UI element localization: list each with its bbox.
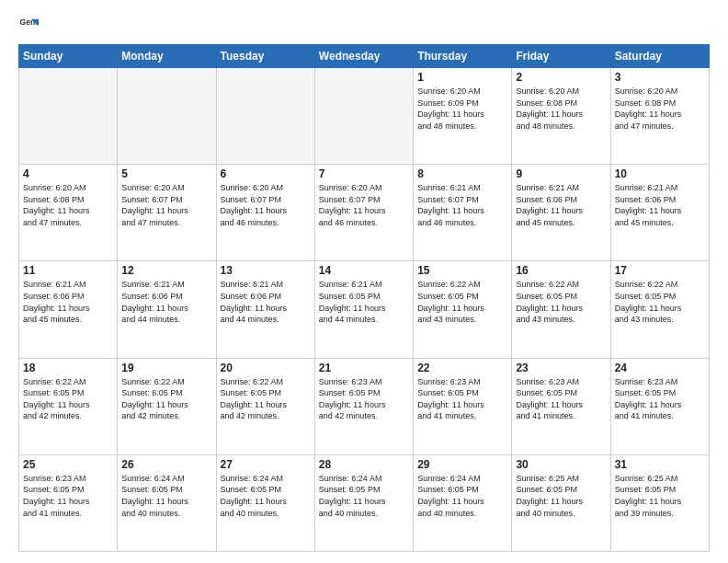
calendar-cell: 28Sunrise: 6:24 AM Sunset: 6:05 PM Dayli… xyxy=(314,454,413,551)
header: General xyxy=(18,15,710,35)
weekday-tuesday: Tuesday xyxy=(216,45,314,68)
calendar-cell: 13Sunrise: 6:21 AM Sunset: 6:06 PM Dayli… xyxy=(216,261,314,358)
calendar-cell: 17Sunrise: 6:22 AM Sunset: 6:05 PM Dayli… xyxy=(610,261,709,358)
calendar-cell: 14Sunrise: 6:21 AM Sunset: 6:05 PM Dayli… xyxy=(314,261,413,358)
week-row-3: 11Sunrise: 6:21 AM Sunset: 6:06 PM Dayli… xyxy=(19,261,710,358)
calendar-cell: 31Sunrise: 6:25 AM Sunset: 6:05 PM Dayli… xyxy=(610,454,709,551)
calendar-cell: 26Sunrise: 6:24 AM Sunset: 6:05 PM Dayli… xyxy=(118,454,216,551)
day-info: Sunrise: 6:20 AM Sunset: 6:08 PM Dayligh… xyxy=(23,182,113,228)
day-number: 24 xyxy=(615,362,705,374)
calendar-cell xyxy=(216,68,314,165)
day-number: 27 xyxy=(221,458,311,471)
day-info: Sunrise: 6:23 AM Sunset: 6:05 PM Dayligh… xyxy=(615,376,705,422)
day-info: Sunrise: 6:21 AM Sunset: 6:05 PM Dayligh… xyxy=(319,279,409,325)
day-number: 7 xyxy=(319,167,409,180)
weekday-thursday: Thursday xyxy=(414,45,512,68)
day-number: 19 xyxy=(121,362,211,374)
day-info: Sunrise: 6:23 AM Sunset: 6:05 PM Dayligh… xyxy=(319,376,409,422)
calendar-cell: 1Sunrise: 6:20 AM Sunset: 6:09 PM Daylig… xyxy=(414,68,512,165)
day-info: Sunrise: 6:22 AM Sunset: 6:05 PM Dayligh… xyxy=(221,376,311,422)
day-number: 18 xyxy=(23,362,113,374)
day-number: 4 xyxy=(23,167,113,180)
day-number: 11 xyxy=(23,264,113,277)
calendar-table: SundayMondayTuesdayWednesdayThursdayFrid… xyxy=(18,44,710,552)
day-info: Sunrise: 6:24 AM Sunset: 6:05 PM Dayligh… xyxy=(221,473,311,519)
day-number: 12 xyxy=(121,264,211,277)
day-info: Sunrise: 6:20 AM Sunset: 6:07 PM Dayligh… xyxy=(221,182,311,228)
day-number: 1 xyxy=(417,71,507,84)
calendar-cell: 9Sunrise: 6:21 AM Sunset: 6:06 PM Daylig… xyxy=(512,165,610,261)
day-number: 25 xyxy=(23,458,113,471)
day-info: Sunrise: 6:23 AM Sunset: 6:05 PM Dayligh… xyxy=(417,376,507,422)
logo-icon: General xyxy=(18,15,39,35)
day-number: 21 xyxy=(319,362,409,374)
calendar-cell: 21Sunrise: 6:23 AM Sunset: 6:05 PM Dayli… xyxy=(314,358,413,454)
day-number: 15 xyxy=(417,264,507,277)
calendar-cell: 18Sunrise: 6:22 AM Sunset: 6:05 PM Dayli… xyxy=(19,358,118,454)
week-row-5: 25Sunrise: 6:23 AM Sunset: 6:05 PM Dayli… xyxy=(19,454,710,551)
calendar-cell: 27Sunrise: 6:24 AM Sunset: 6:05 PM Dayli… xyxy=(216,454,314,551)
week-row-4: 18Sunrise: 6:22 AM Sunset: 6:05 PM Dayli… xyxy=(19,358,710,454)
calendar-cell: 15Sunrise: 6:22 AM Sunset: 6:05 PM Dayli… xyxy=(414,261,512,358)
day-info: Sunrise: 6:21 AM Sunset: 6:07 PM Dayligh… xyxy=(417,182,507,228)
calendar-cell: 12Sunrise: 6:21 AM Sunset: 6:06 PM Dayli… xyxy=(118,261,216,358)
weekday-sunday: Sunday xyxy=(19,45,118,68)
day-number: 28 xyxy=(319,458,409,471)
day-info: Sunrise: 6:20 AM Sunset: 6:07 PM Dayligh… xyxy=(319,182,409,228)
day-number: 16 xyxy=(516,264,606,277)
calendar-cell: 29Sunrise: 6:24 AM Sunset: 6:05 PM Dayli… xyxy=(414,454,512,551)
day-info: Sunrise: 6:21 AM Sunset: 6:06 PM Dayligh… xyxy=(516,182,606,228)
calendar-cell xyxy=(19,68,118,165)
day-number: 6 xyxy=(221,167,311,180)
calendar-cell: 2Sunrise: 6:20 AM Sunset: 6:08 PM Daylig… xyxy=(512,68,610,165)
day-info: Sunrise: 6:22 AM Sunset: 6:05 PM Dayligh… xyxy=(23,376,113,422)
calendar-cell: 30Sunrise: 6:25 AM Sunset: 6:05 PM Dayli… xyxy=(512,454,610,551)
logo: General xyxy=(18,15,42,35)
weekday-saturday: Saturday xyxy=(610,45,709,68)
day-info: Sunrise: 6:24 AM Sunset: 6:05 PM Dayligh… xyxy=(319,473,409,519)
day-info: Sunrise: 6:22 AM Sunset: 6:05 PM Dayligh… xyxy=(615,279,705,325)
day-info: Sunrise: 6:24 AM Sunset: 6:05 PM Dayligh… xyxy=(121,473,211,519)
calendar-cell: 10Sunrise: 6:21 AM Sunset: 6:06 PM Dayli… xyxy=(610,165,709,261)
day-info: Sunrise: 6:21 AM Sunset: 6:06 PM Dayligh… xyxy=(615,182,705,228)
day-info: Sunrise: 6:23 AM Sunset: 6:05 PM Dayligh… xyxy=(23,473,113,519)
page: General SundayMondayTuesdayWednesdayThur… xyxy=(0,0,728,563)
day-info: Sunrise: 6:22 AM Sunset: 6:05 PM Dayligh… xyxy=(121,376,211,422)
week-row-2: 4Sunrise: 6:20 AM Sunset: 6:08 PM Daylig… xyxy=(19,165,710,261)
day-info: Sunrise: 6:25 AM Sunset: 6:05 PM Dayligh… xyxy=(615,473,705,519)
day-number: 5 xyxy=(121,167,211,180)
day-info: Sunrise: 6:25 AM Sunset: 6:05 PM Dayligh… xyxy=(516,473,606,519)
calendar-cell xyxy=(314,68,413,165)
calendar-cell: 16Sunrise: 6:22 AM Sunset: 6:05 PM Dayli… xyxy=(512,261,610,358)
calendar-cell: 4Sunrise: 6:20 AM Sunset: 6:08 PM Daylig… xyxy=(19,165,118,261)
day-number: 8 xyxy=(417,167,507,180)
day-number: 23 xyxy=(516,362,606,374)
calendar-cell xyxy=(118,68,216,165)
day-number: 30 xyxy=(516,458,606,471)
day-info: Sunrise: 6:21 AM Sunset: 6:06 PM Dayligh… xyxy=(221,279,311,325)
calendar-cell: 6Sunrise: 6:20 AM Sunset: 6:07 PM Daylig… xyxy=(216,165,314,261)
calendar-cell: 19Sunrise: 6:22 AM Sunset: 6:05 PM Dayli… xyxy=(118,358,216,454)
calendar-cell: 7Sunrise: 6:20 AM Sunset: 6:07 PM Daylig… xyxy=(314,165,413,261)
calendar-cell: 22Sunrise: 6:23 AM Sunset: 6:05 PM Dayli… xyxy=(414,358,512,454)
calendar-cell: 25Sunrise: 6:23 AM Sunset: 6:05 PM Dayli… xyxy=(19,454,118,551)
day-number: 22 xyxy=(417,362,507,374)
day-number: 9 xyxy=(516,167,606,180)
day-number: 20 xyxy=(221,362,311,374)
day-number: 29 xyxy=(417,458,507,471)
day-info: Sunrise: 6:22 AM Sunset: 6:05 PM Dayligh… xyxy=(516,279,606,325)
calendar-cell: 24Sunrise: 6:23 AM Sunset: 6:05 PM Dayli… xyxy=(610,358,709,454)
day-number: 17 xyxy=(615,264,705,277)
day-number: 26 xyxy=(121,458,211,471)
day-number: 10 xyxy=(615,167,705,180)
day-info: Sunrise: 6:20 AM Sunset: 6:08 PM Dayligh… xyxy=(615,86,705,132)
day-number: 14 xyxy=(319,264,409,277)
day-info: Sunrise: 6:21 AM Sunset: 6:06 PM Dayligh… xyxy=(121,279,211,325)
day-info: Sunrise: 6:20 AM Sunset: 6:08 PM Dayligh… xyxy=(516,86,606,132)
calendar-cell: 5Sunrise: 6:20 AM Sunset: 6:07 PM Daylig… xyxy=(118,165,216,261)
day-info: Sunrise: 6:22 AM Sunset: 6:05 PM Dayligh… xyxy=(417,279,507,325)
day-number: 31 xyxy=(615,458,705,471)
weekday-wednesday: Wednesday xyxy=(314,45,413,68)
weekday-monday: Monday xyxy=(118,45,216,68)
day-number: 2 xyxy=(516,71,606,84)
